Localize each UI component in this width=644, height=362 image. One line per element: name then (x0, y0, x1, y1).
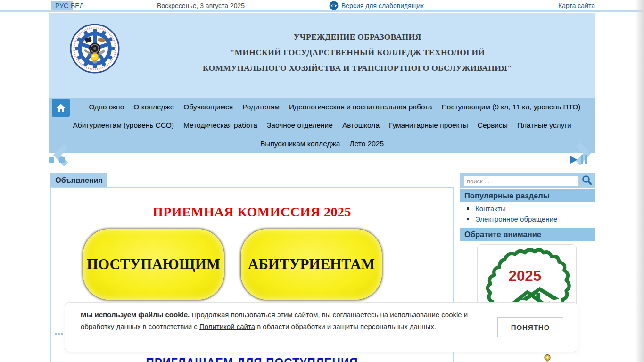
trophy-icon (543, 354, 552, 362)
nav-row-3: Выпускникам колледжа Лето 2025 (49, 134, 595, 153)
pause-icon[interactable] (581, 155, 587, 164)
cookie-message-bold: Мы используем файлы cookie. (81, 311, 190, 319)
nav-item-leto-2025[interactable]: Лето 2025 (349, 140, 384, 148)
slider-square-decoration (49, 157, 54, 163)
nav-item-abiturientam-sso[interactable]: Абитуриентам (уровень ССО) (73, 121, 174, 130)
nav-item-avtoshkola[interactable]: Автошкола (342, 121, 380, 130)
nav-item-o-kolledzhe[interactable]: О колледже (133, 103, 174, 111)
nav-item-odno-okno[interactable]: Одно окно (89, 103, 124, 111)
home-icon (56, 103, 66, 113)
search-bar (460, 173, 595, 188)
cookie-message: Мы используем файлы cookie. Продолжая по… (81, 309, 473, 332)
nav-item-roditelyam[interactable]: Родителям (242, 103, 280, 111)
square-bullet-icon (467, 218, 469, 220)
cookie-message-part2: в области обработки и защиты персональны… (255, 322, 436, 330)
nav-item-postupayushchim-pto[interactable]: Поступающим (9 кл, 11 кл, уровень ПТО) (442, 103, 581, 111)
search-button[interactable] (580, 175, 594, 187)
top-bar: РУС БЕЛ Воскресенье, 3 августа 2025 Верс… (0, 0, 644, 12)
site-title-line1: УЧРЕЖДЕНИЕ ОБРАЗОВАНИЯ (119, 29, 595, 45)
nav-item-ideologicheskaya-rabota[interactable]: Идеологическая и воспитательная работа (289, 103, 432, 111)
admission-committee-heading: ПРИЕМНАЯ КОМИССИЯ 2025 (51, 205, 453, 220)
list-item: Контакты (460, 203, 595, 214)
nav-item-gumanitarnye-proekty[interactable]: Гуманитарные проекты (389, 121, 468, 130)
attention-header: Обратите внимание (460, 228, 595, 241)
sidebar-link-contacts[interactable]: Контакты (475, 205, 506, 213)
site-title: УЧРЕЖДЕНИЕ ОБРАЗОВАНИЯ "МИНСКИЙ ГОСУДАРС… (119, 29, 595, 76)
slider-dots (55, 333, 63, 335)
popular-sections-list: Контакты Электронное обращение (460, 203, 595, 224)
nav-item-vypusknikam[interactable]: Выпускникам колледжа (260, 140, 340, 148)
nav-row-1: Одно окно О колледже Обучающимся Родител… (49, 98, 595, 116)
square-bullet-icon (467, 207, 469, 210)
lang-switch-bel[interactable]: БЕЛ (71, 2, 84, 9)
abiturientam-button[interactable]: АБИТУРИЕНТАМ (241, 229, 382, 300)
magnifier-icon (582, 175, 592, 185)
page: РУС БЕЛ Воскресенье, 3 августа 2025 Верс… (0, 0, 644, 362)
accessibility-version-link[interactable]: Версия для слабовидящих (329, 1, 424, 10)
current-date: Воскресенье, 3 августа 2025 (157, 2, 245, 9)
popular-sections-header: Популярные разделы (460, 189, 595, 202)
site-policy-link[interactable]: Политикой сайта (199, 322, 255, 330)
postupayushchim-button[interactable]: ПОСТУПАЮЩИМ (83, 229, 224, 300)
window-edge-shade (635, 0, 644, 362)
nav-item-metodicheskaya-rabota[interactable]: Методическая работа (183, 121, 257, 130)
nav-item-platnye-uslugi[interactable]: Платные услуги (517, 121, 571, 130)
college-logo (70, 24, 120, 75)
chevron-left-icon[interactable] (53, 144, 68, 168)
eye-icon (329, 1, 339, 10)
nav-item-zaochnoe-otdelenie[interactable]: Заочное отделение (267, 121, 333, 130)
admission-buttons-row: ПОСТУПАЮЩИМ АБИТУРИЕНТАМ (51, 229, 453, 300)
site-title-line2: "МИНСКИЙ ГОСУДАРСТВЕННЫЙ КОЛЛЕДЖ ТЕХНОЛО… (119, 45, 595, 60)
list-item: Электронное обращение (460, 214, 595, 224)
invitation-heading-partial: ПРИГЛАШАЕМ ДЛЯ ПОСТУПЛЕНИЯ (50, 356, 454, 362)
cookie-accept-button[interactable]: ПОНЯТНО (497, 317, 563, 337)
site-title-line3: КОММУНАЛЬНОГО ХОЗЯЙСТВА И ТРАНСПОРТНОГО … (119, 60, 595, 76)
search-input[interactable] (463, 176, 579, 186)
nav-item-obuchayushchimsya[interactable]: Обучающимся (183, 103, 233, 111)
sidebar-link-electronic-appeal[interactable]: Электронное обращение (475, 215, 557, 223)
sitemap-link[interactable]: Карта сайта (558, 2, 595, 9)
home-button[interactable] (52, 99, 70, 117)
attention-image-year: 2025 (509, 268, 542, 284)
announcements-tab: Объявления (50, 173, 107, 187)
site-header: УЧРЕЖДЕНИЕ ОБРАЗОВАНИЯ "МИНСКИЙ ГОСУДАРС… (49, 13, 595, 98)
nav-item-servisy[interactable]: Сервисы (478, 121, 508, 130)
nav-row-2: Абитуриентам (уровень ССО) Методическая … (49, 116, 595, 134)
slider-square-decoration (59, 157, 65, 163)
accessibility-label: Версия для слабовидящих (341, 2, 424, 9)
main-navigation: Одно окно О колледже Обучающимся Родител… (49, 98, 595, 153)
play-icon[interactable] (570, 156, 578, 164)
lang-switch-rus[interactable]: РУС (51, 1, 73, 10)
cookie-banner: Мы используем файлы cookie. Продолжая по… (65, 302, 578, 352)
